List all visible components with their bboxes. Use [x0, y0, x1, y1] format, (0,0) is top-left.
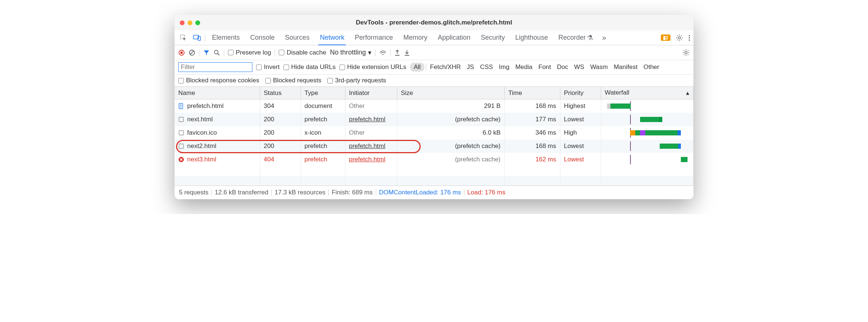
type-filter-font[interactable]: Font [536, 63, 553, 72]
disable-cache-checkbox[interactable]: Disable cache [279, 49, 326, 56]
invert-checkbox[interactable]: Invert [256, 63, 280, 71]
column-headers: Name Status Type Initiator Size Time Pri… [175, 87, 693, 99]
tab-sources[interactable]: Sources [280, 30, 315, 45]
transferred-size: 12.6 kB transferred [215, 189, 268, 196]
type-filter-all[interactable]: All [410, 63, 424, 72]
table-row[interactable]: next3.html 404 prefetch prefetch.html (p… [175, 153, 693, 166]
record-button[interactable] [178, 49, 185, 56]
table-row[interactable]: favicon.ico 200 x-icon Other 6.0 kB 346 … [175, 126, 693, 139]
svg-point-11 [215, 50, 218, 54]
filter-bar: Invert Hide data URLs Hide extension URL… [175, 60, 693, 75]
window-title: DevTools - prerender-demos.glitch.me/pre… [175, 19, 693, 26]
type-filter-wasm[interactable]: Wasm [588, 63, 610, 72]
warning-badge[interactable]: ▮ 2 [661, 34, 670, 41]
col-initiator[interactable]: Initiator [345, 87, 397, 99]
type-filter-manifest[interactable]: Manifest [612, 63, 640, 72]
type-filter-ws[interactable]: WS [572, 63, 586, 72]
more-tabs-icon[interactable]: » [600, 33, 608, 42]
device-toolbar-icon[interactable] [191, 34, 203, 41]
network-settings-icon[interactable] [682, 49, 690, 56]
prefetch-icon [178, 116, 184, 122]
search-icon[interactable] [213, 49, 220, 56]
svg-rect-23 [179, 144, 183, 148]
preserve-log-checkbox[interactable]: Preserve log [228, 49, 271, 56]
svg-point-16 [685, 52, 687, 54]
tab-recorder[interactable]: Recorder ⚗ [553, 30, 598, 45]
tab-lighthouse[interactable]: Lighthouse [510, 30, 553, 45]
error-icon [178, 157, 184, 162]
type-filter-other[interactable]: Other [641, 63, 662, 72]
inspect-element-icon[interactable] [178, 34, 189, 42]
third-party-checkbox[interactable]: 3rd-party requests [327, 77, 386, 84]
svg-point-5 [689, 37, 690, 39]
tab-console[interactable]: Console [245, 30, 280, 45]
resources-size: 17.3 kB resources [275, 189, 325, 196]
svg-line-12 [218, 53, 220, 55]
filter-bar-2: Blocked response cookies Blocked request… [175, 75, 693, 87]
table-row[interactable]: next.html 200 prefetch prefetch.html (pr… [175, 113, 693, 126]
waterfall-cell [601, 153, 693, 166]
col-name[interactable]: Name [175, 87, 260, 99]
svg-point-13 [382, 54, 384, 55]
type-filter-js[interactable]: JS [464, 63, 476, 72]
tab-network[interactable]: Network [315, 30, 349, 45]
kebab-menu-icon[interactable] [688, 34, 690, 42]
svg-rect-2 [198, 36, 201, 40]
initiator-link[interactable]: prefetch.html [349, 116, 385, 123]
hide-extension-urls-checkbox[interactable]: Hide extension URLs [339, 63, 407, 71]
waterfall-cell [601, 126, 693, 139]
initiator-link[interactable]: prefetch.html [349, 156, 385, 163]
prefetch-icon [178, 143, 184, 149]
col-waterfall[interactable]: Waterfall▴ [601, 87, 693, 99]
svg-rect-8 [180, 52, 183, 54]
requests-count: 5 requests [179, 189, 208, 196]
svg-point-6 [689, 39, 690, 41]
network-conditions-icon[interactable] [379, 50, 387, 56]
blocked-cookies-checkbox[interactable]: Blocked response cookies [178, 77, 259, 84]
tab-application[interactable]: Application [433, 30, 476, 45]
network-grid: Name Status Type Initiator Size Time Pri… [175, 87, 693, 185]
throttling-select[interactable]: No throttling ▾ [330, 49, 371, 57]
type-filter-doc[interactable]: Doc [555, 63, 570, 72]
svg-point-3 [678, 37, 680, 39]
filter-icon[interactable] [203, 49, 210, 56]
type-filter-fetch-xhr[interactable]: Fetch/XHR [428, 63, 463, 72]
type-filter-css[interactable]: CSS [478, 63, 495, 72]
clear-button[interactable] [189, 49, 195, 56]
main-tabs: ElementsConsoleSourcesNetworkPerformance… [175, 30, 693, 45]
col-size[interactable]: Size [397, 87, 504, 99]
import-har-icon[interactable] [404, 49, 410, 56]
type-filter-img[interactable]: Img [497, 63, 511, 72]
waterfall-cell [601, 139, 693, 153]
svg-rect-21 [179, 117, 183, 122]
devtools-window: DevTools - prerender-demos.glitch.me/pre… [175, 15, 693, 199]
table-row[interactable]: prefetch.html 304 document Other 291 B 1… [175, 99, 693, 113]
finish-time: Finish: 689 ms [332, 189, 373, 196]
hide-data-urls-checkbox[interactable]: Hide data URLs [284, 63, 336, 71]
tab-elements[interactable]: Elements [207, 30, 245, 45]
col-type[interactable]: Type [301, 87, 345, 99]
svg-rect-22 [179, 131, 183, 135]
table-row[interactable]: next2.html 200 prefetch prefetch.html (p… [175, 139, 693, 153]
network-toolbar: Preserve log Disable cache No throttling… [175, 45, 693, 60]
tab-memory[interactable]: Memory [398, 30, 433, 45]
doc-icon [178, 103, 184, 109]
waterfall-cell [601, 99, 693, 113]
blocked-requests-checkbox[interactable]: Blocked requests [265, 77, 321, 84]
tab-performance[interactable]: Performance [349, 30, 398, 45]
type-filter-media[interactable]: Media [513, 63, 534, 72]
tab-security[interactable]: Security [476, 30, 510, 45]
col-priority[interactable]: Priority [560, 87, 601, 99]
initiator-link[interactable]: prefetch.html [349, 142, 385, 150]
chevron-down-icon: ▾ [368, 49, 371, 57]
settings-icon[interactable] [676, 34, 683, 42]
titlebar: DevTools - prerender-demos.glitch.me/pre… [175, 15, 693, 30]
export-har-icon[interactable] [394, 49, 400, 56]
filter-input[interactable] [178, 62, 252, 72]
col-status[interactable]: Status [260, 87, 301, 99]
svg-line-10 [190, 51, 194, 55]
status-bar: 5 requests 12.6 kB transferred 17.3 kB r… [175, 185, 693, 199]
svg-point-4 [689, 35, 690, 36]
load-time: Load: 176 ms [467, 189, 506, 196]
col-time[interactable]: Time [504, 87, 560, 99]
